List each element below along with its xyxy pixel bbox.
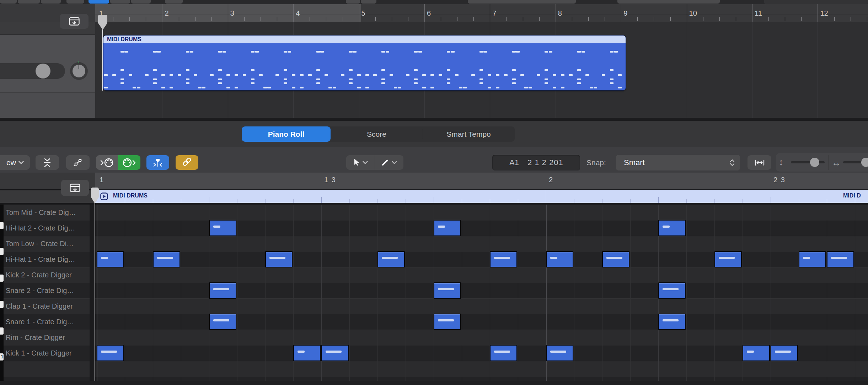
arrange-bar-line xyxy=(621,4,621,22)
volume-slider-handle[interactable] xyxy=(36,64,50,78)
collapse-lanes-icon xyxy=(43,158,52,168)
note-velocity-bar xyxy=(663,319,679,321)
top-strip-active-button[interactable] xyxy=(89,0,109,4)
snap-dropdown[interactable]: Smart xyxy=(616,155,740,170)
region-mini-note xyxy=(447,69,450,71)
piano-key-stub[interactable] xyxy=(0,275,4,282)
pencil-tool-button[interactable] xyxy=(375,155,403,170)
strip-grid-tick xyxy=(827,199,827,203)
midi-note[interactable] xyxy=(658,220,686,236)
volume-slider[interactable] xyxy=(0,63,65,79)
piano-key-stub[interactable] xyxy=(0,248,4,255)
top-strip-button[interactable] xyxy=(764,0,868,4)
note-velocity-bar xyxy=(213,319,229,321)
fit-width-button[interactable] xyxy=(748,155,771,170)
piano-roll-import-button[interactable] xyxy=(61,180,89,196)
midi-note[interactable] xyxy=(799,251,826,267)
piano-key-stub[interactable] xyxy=(0,327,4,335)
region-mini-note xyxy=(186,51,189,53)
top-strip-button[interactable] xyxy=(468,0,576,4)
top-strip-button[interactable] xyxy=(617,0,720,4)
tab-separator xyxy=(423,129,423,139)
top-strip-button[interactable] xyxy=(66,0,84,4)
midi-note[interactable] xyxy=(97,251,124,267)
midi-note[interactable] xyxy=(743,345,770,361)
view-menu-button[interactable]: ew xyxy=(0,155,30,170)
region-mini-note xyxy=(479,69,483,71)
arrange-beat-tick xyxy=(113,17,113,21)
vertical-zoom-handle[interactable] xyxy=(810,158,819,167)
midi-draw-button[interactable] xyxy=(66,155,90,170)
lane-label-kick[interactable]: Kick 1 - Crate Digger xyxy=(6,349,72,357)
top-strip-button[interactable] xyxy=(165,0,183,4)
midi-note[interactable] xyxy=(377,251,405,267)
midi-note[interactable] xyxy=(714,251,742,267)
lane-label-hihat[interactable]: Hi-Hat 2 - Crate Dig… xyxy=(6,224,75,232)
midi-note[interactable] xyxy=(771,345,798,361)
midi-note[interactable] xyxy=(97,345,124,361)
midi-region-header[interactable] xyxy=(103,36,626,43)
lcd-position-value: 2 1 2 201 xyxy=(527,158,563,167)
top-strip-button[interactable] xyxy=(18,0,40,4)
lane-label-tom[interactable]: Tom Mid - Crate Dig… xyxy=(6,208,76,217)
strip-grid-tick xyxy=(658,197,659,203)
midi-note[interactable] xyxy=(209,282,236,299)
arrange-timeline-ruler[interactable]: 123456789101112 xyxy=(95,4,868,22)
lane-label-kick[interactable]: Kick 2 - Crate Digger xyxy=(6,271,72,279)
tab-score[interactable]: Score xyxy=(331,126,423,142)
lane-label-snare[interactable]: Snare 2 - Crate Dig… xyxy=(6,287,74,295)
arrange-beat-tick xyxy=(801,17,802,21)
link-button[interactable] xyxy=(176,155,198,170)
midi-note[interactable] xyxy=(658,282,686,299)
piano-roll-ruler[interactable]: 11 322 3 xyxy=(95,173,868,189)
track-import-button[interactable] xyxy=(60,14,89,29)
midi-note[interactable] xyxy=(321,345,349,361)
midi-note[interactable] xyxy=(209,220,236,236)
midi-note[interactable] xyxy=(153,251,180,267)
region-play-icon[interactable] xyxy=(100,192,108,201)
arrange-bar-number: 2 xyxy=(165,9,168,17)
top-strip-button[interactable] xyxy=(41,0,61,4)
lane-label-clap[interactable]: Clap 1 - Crate Digger xyxy=(6,302,73,310)
vertical-zoom-slider[interactable] xyxy=(791,161,825,163)
tab-piano-roll[interactable]: Piano Roll xyxy=(242,126,331,142)
lane-label-snare[interactable]: Snare 1 - Crate Dig… xyxy=(6,318,74,326)
collapse-lanes-button[interactable] xyxy=(36,155,59,170)
midi-in-button[interactable] xyxy=(96,155,118,170)
top-strip-button[interactable] xyxy=(361,0,376,4)
top-strip-button[interactable] xyxy=(0,0,17,4)
horizontal-zoom-handle[interactable] xyxy=(861,158,868,167)
midi-note[interactable] xyxy=(658,314,686,330)
catch-playhead-button[interactable] xyxy=(146,155,169,170)
midi-out-button[interactable] xyxy=(118,155,140,170)
midi-note[interactable] xyxy=(546,251,573,267)
midi-note[interactable] xyxy=(434,314,461,330)
lane-label-hihat[interactable]: Hi-Hat 1 - Crate Dig… xyxy=(6,255,75,264)
lane-label-rim[interactable]: Rim - Crate Digger xyxy=(6,334,65,342)
midi-note[interactable] xyxy=(546,345,573,361)
piano-key-stub[interactable] xyxy=(0,301,4,308)
lcd-position-display[interactable]: A12 1 2 201 xyxy=(492,155,580,170)
piano-roll-region-strip[interactable]: MIDI DRUMSMIDI D xyxy=(95,190,868,203)
midi-note[interactable] xyxy=(602,251,629,267)
midi-note[interactable] xyxy=(293,345,321,361)
lane-label-tom[interactable]: Tom Low - Crate Di… xyxy=(6,240,74,248)
region-mini-note xyxy=(284,51,287,53)
midi-note[interactable] xyxy=(265,251,293,267)
top-strip-button[interactable] xyxy=(110,0,130,4)
tab-smart-tempo[interactable]: Smart Tempo xyxy=(423,126,515,142)
pan-knob[interactable] xyxy=(70,62,88,80)
pointer-tool-button[interactable] xyxy=(346,155,375,170)
piano-key-stub[interactable] xyxy=(0,222,4,229)
midi-note[interactable] xyxy=(490,345,517,361)
midi-note[interactable] xyxy=(434,220,461,236)
midi-region[interactable]: MIDI DRUMS xyxy=(103,36,626,90)
midi-note[interactable] xyxy=(209,314,236,330)
region-mini-note xyxy=(479,51,483,53)
top-strip-button[interactable] xyxy=(346,0,360,4)
note-velocity-bar xyxy=(438,319,454,321)
midi-note[interactable] xyxy=(490,251,517,267)
midi-note[interactable] xyxy=(434,282,461,299)
midi-note[interactable] xyxy=(827,251,854,267)
top-strip-button[interactable] xyxy=(131,0,151,4)
